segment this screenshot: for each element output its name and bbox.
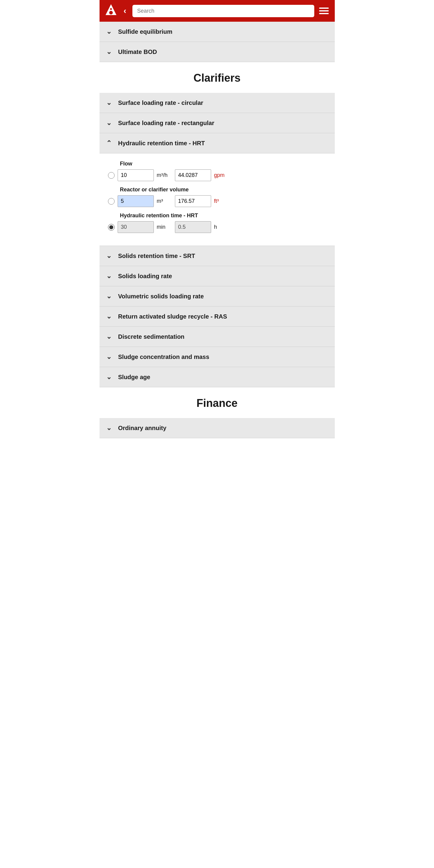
hrt-metric-unit: min — [157, 224, 172, 230]
section-label-ras: Return activated sludge recycle - RAS — [118, 313, 227, 320]
flow-label: Flow — [106, 161, 329, 167]
section-sludge-conc[interactable]: ⌄ Sludge concentration and mass — [99, 347, 335, 367]
section-surface-rectangular[interactable]: ⌄ Surface loading rate - rectangular — [99, 113, 335, 133]
finance-heading: Finance — [99, 387, 335, 418]
flow-imperial-input[interactable] — [175, 169, 211, 181]
flow-imperial-unit: gpm — [214, 172, 229, 179]
chevron-srt: ⌄ — [104, 252, 113, 260]
menu-line-1 — [319, 7, 329, 9]
volume-group: Reactor or clarifier volume m³ ft³ — [106, 187, 329, 207]
hrt-value-radio[interactable] — [108, 224, 115, 230]
chevron-surface-circular: ⌄ — [104, 99, 113, 107]
section-hrt[interactable]: ⌃ Hydraulic retention time - HRT — [99, 133, 335, 153]
section-label-discrete-sed: Discrete sedimentation — [118, 333, 184, 340]
chevron-solids-loading: ⌄ — [104, 272, 113, 280]
flow-metric-unit: m³/h — [157, 172, 172, 179]
back-button[interactable]: ‹ — [121, 6, 129, 16]
section-sulfide[interactable]: ⌄ Sulfide equilibrium — [99, 22, 335, 42]
chevron-sulfide: ⌄ — [104, 28, 113, 36]
volume-radio[interactable] — [108, 198, 115, 205]
hrt-expanded-content: Flow m³/h gpm Reactor or clarifier volum… — [99, 153, 335, 246]
section-label-sludge-conc: Sludge concentration and mass — [118, 353, 209, 361]
chevron-ultimate-bod: ⌄ — [104, 48, 113, 56]
chevron-ordinary-annuity: ⌄ — [104, 424, 113, 432]
menu-button[interactable] — [318, 6, 330, 16]
menu-line-2 — [319, 10, 329, 11]
volume-imperial-input[interactable] — [175, 195, 211, 207]
section-ras[interactable]: ⌄ Return activated sludge recycle - RAS — [99, 307, 335, 327]
flow-row: m³/h gpm — [106, 169, 329, 181]
hrt-metric-input[interactable] — [118, 221, 154, 233]
section-sludge-age[interactable]: ⌄ Sludge age — [99, 367, 335, 387]
section-surface-circular[interactable]: ⌄ Surface loading rate - circular — [99, 93, 335, 113]
volume-row: m³ ft³ — [106, 195, 329, 207]
section-vol-solids[interactable]: ⌄ Volumetric solids loading rate — [99, 286, 335, 307]
chevron-discrete-sed: ⌄ — [104, 333, 113, 341]
section-label-surface-rectangular: Surface loading rate - rectangular — [118, 120, 214, 127]
volume-imperial-unit: ft³ — [214, 198, 229, 204]
chevron-hrt: ⌃ — [104, 139, 113, 147]
section-label-hrt: Hydraulic retention time - HRT — [118, 140, 205, 147]
volume-label: Reactor or clarifier volume — [106, 187, 329, 193]
search-input[interactable] — [133, 5, 314, 17]
chevron-surface-rectangular: ⌄ — [104, 119, 113, 127]
hrt-value-group: Hydraulic retention time - HRT min h — [106, 213, 329, 233]
section-srt[interactable]: ⌄ Solids retention time - SRT — [99, 246, 335, 266]
volume-metric-unit: m³ — [157, 198, 172, 204]
section-discrete-sed[interactable]: ⌄ Discrete sedimentation — [99, 327, 335, 347]
svg-point-1 — [109, 11, 113, 14]
chevron-sludge-age: ⌄ — [104, 373, 113, 381]
section-label-vol-solids: Volumetric solids loading rate — [118, 293, 204, 300]
flow-metric-input[interactable] — [118, 169, 154, 181]
hrt-value-row: min h — [106, 221, 329, 233]
section-ordinary-annuity[interactable]: ⌄ Ordinary annuity — [99, 418, 335, 438]
hrt-imperial-input[interactable] — [175, 221, 211, 233]
section-solids-loading[interactable]: ⌄ Solids loading rate — [99, 266, 335, 286]
chevron-ras: ⌄ — [104, 313, 113, 320]
flow-radio[interactable] — [108, 172, 115, 179]
section-label-surface-circular: Surface loading rate - circular — [118, 99, 203, 106]
hrt-value-label: Hydraulic retention time - HRT — [106, 213, 329, 219]
section-label-ordinary-annuity: Ordinary annuity — [118, 425, 167, 432]
clarifiers-heading: Clarifiers — [99, 62, 335, 93]
section-ultimate-bod[interactable]: ⌄ Ultimate BOD — [99, 42, 335, 62]
section-label-srt: Solids retention time - SRT — [118, 253, 196, 259]
section-label-ultimate-bod: Ultimate BOD — [118, 49, 157, 56]
svg-point-2 — [110, 8, 112, 10]
section-label-sulfide: Sulfide equilibrium — [118, 28, 173, 35]
flow-group: Flow m³/h gpm — [106, 161, 329, 181]
chevron-sludge-conc: ⌄ — [104, 353, 113, 361]
section-label-solids-loading: Solids loading rate — [118, 273, 172, 280]
app-header: ‹ — [99, 0, 335, 22]
app-logo — [104, 4, 118, 18]
volume-metric-input[interactable] — [118, 195, 154, 207]
hrt-imperial-unit: h — [214, 224, 229, 230]
chevron-vol-solids: ⌄ — [104, 292, 113, 300]
menu-line-3 — [319, 13, 329, 14]
section-label-sludge-age: Sludge age — [118, 374, 150, 381]
